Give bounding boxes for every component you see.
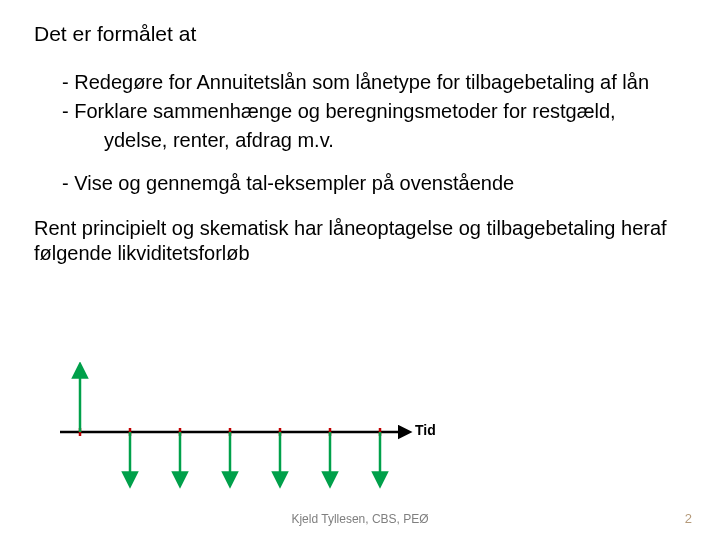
axis-label-tid: Tid <box>415 422 436 438</box>
cashflow-diagram: Tid <box>60 362 440 492</box>
bullet-3: - Vise og gennemgå tal-eksempler på oven… <box>62 171 686 196</box>
footer-author: Kjeld Tyllesen, CBS, PEØ <box>0 512 720 526</box>
bullet-2-line2: ydelse, renter, afdrag m.v. <box>62 128 686 153</box>
slide-heading: Det er formålet at <box>34 22 686 46</box>
outflow-arrows <box>130 432 380 480</box>
bullet-2-line1: - Forklare sammenhænge og beregningsmeto… <box>62 99 686 124</box>
bullet-1: - Redegøre for Annuitetslån som lånetype… <box>62 70 686 95</box>
body-paragraph: Rent principielt og skematisk har låneop… <box>34 216 686 266</box>
page-number: 2 <box>685 511 692 526</box>
bullet-list: - Redegøre for Annuitetslån som lånetype… <box>34 70 686 196</box>
